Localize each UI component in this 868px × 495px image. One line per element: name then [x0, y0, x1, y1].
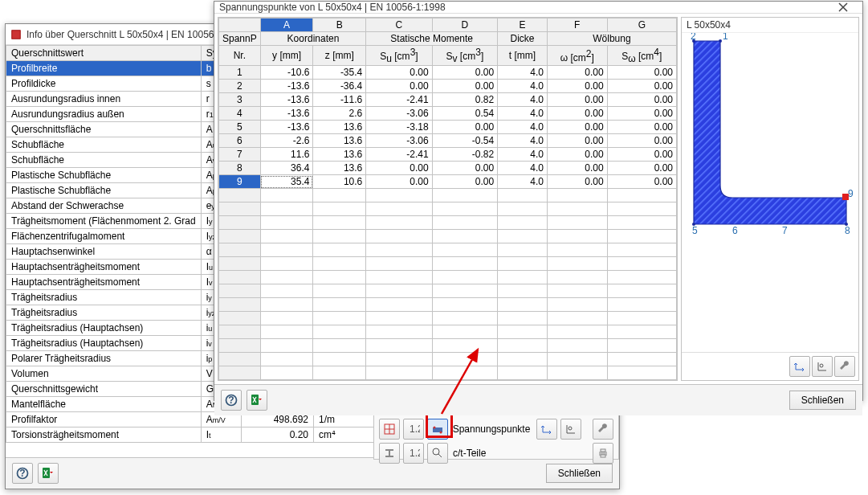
- col-group: Statische Momente: [366, 32, 498, 46]
- col-letter[interactable]: F: [547, 18, 607, 32]
- preview-title: L 50x50x4: [682, 18, 858, 33]
- stresspoints-table[interactable]: ABCDEFG SpannPKoordinatenStatische Momen…: [218, 18, 677, 380]
- svg-point-13: [433, 448, 439, 455]
- svg-text:9: 9: [848, 188, 854, 199]
- close-button-front[interactable]: Schließen: [789, 391, 856, 410]
- wrench-icon: [597, 423, 609, 436]
- svg-text:?: ?: [19, 468, 25, 479]
- svg-text:1.23: 1.23: [410, 423, 420, 435]
- svg-text:1.23: 1.23: [410, 448, 420, 459]
- col-sub[interactable]: Su [cm3]: [366, 46, 432, 66]
- stresspoint-row[interactable]: 4-13.62.6-3.060.544.00.000.00: [219, 107, 677, 121]
- app-icon: [10, 29, 22, 40]
- excel-export-button-front[interactable]: [247, 390, 267, 411]
- svg-text:6: 6: [732, 225, 738, 236]
- ct-label: c/t-Teile: [453, 448, 486, 459]
- print-button-frag[interactable]: [593, 443, 613, 464]
- stress-points-button[interactable]: [427, 419, 448, 440]
- col-group: Wölbung: [547, 32, 676, 46]
- svg-rect-0: [12, 30, 21, 39]
- svg-text:1: 1: [723, 33, 728, 42]
- svg-rect-17: [601, 455, 605, 457]
- stresspoints-window: Spannungspunkte von L 50x50x4 | EN 10056…: [214, 1, 863, 401]
- section-preview: 21 5678 9: [682, 33, 858, 352]
- excel-icon: [42, 467, 55, 480]
- i-section-button[interactable]: [379, 443, 400, 464]
- col-sub[interactable]: z [mm]: [313, 46, 366, 66]
- help-icon: ?: [16, 467, 29, 480]
- ct-zoom-button[interactable]: [427, 443, 448, 464]
- stresspoint-row[interactable]: 6-2.613.6-3.06-0.544.00.000.00: [219, 134, 677, 148]
- svg-point-10: [439, 432, 442, 434]
- svg-text:5: 5: [692, 225, 698, 236]
- col-sub[interactable]: ω [cm2]: [547, 46, 607, 66]
- stresspoint-row[interactable]: 711.613.6-2.41-0.824.00.000.00: [219, 148, 677, 162]
- col-sub[interactable]: y [mm]: [260, 46, 313, 66]
- stresspoints-icon: [431, 423, 444, 436]
- close-icon: [838, 2, 848, 12]
- col-sub[interactable]: Sv [cm3]: [432, 46, 497, 66]
- col-group: SpannP: [219, 32, 261, 46]
- stresspoint-row[interactable]: 836.413.60.000.004.00.000.00: [219, 162, 677, 175]
- axes-icon: [540, 423, 553, 436]
- stresspoints-titlebar: Spannungspunkte von L 50x50x4 | EN 10056…: [214, 2, 862, 14]
- stresspoint-row[interactable]: 2-13.6-36.40.000.004.00.000.00: [219, 80, 677, 93]
- zoom-icon: [431, 447, 444, 460]
- col-sub[interactable]: Sω [cm4]: [607, 46, 676, 66]
- svg-text:8: 8: [845, 225, 850, 236]
- col-letter[interactable]: C: [366, 18, 432, 32]
- svg-rect-16: [601, 449, 605, 452]
- svg-point-11: [568, 427, 572, 430]
- dimension-icon: 1.23: [407, 423, 420, 436]
- svg-text:2: 2: [691, 33, 696, 42]
- help-button-back[interactable]: ?: [12, 463, 33, 484]
- dimension-button-2[interactable]: 1.23: [403, 443, 424, 464]
- help-button-front[interactable]: ?: [221, 390, 242, 411]
- svg-point-9: [433, 427, 435, 429]
- stress-points-label: Spannungspunkte: [453, 423, 531, 435]
- svg-text:?: ?: [228, 395, 234, 406]
- col-name[interactable]: Querschnittswert: [6, 46, 202, 61]
- col-letter[interactable]: E: [498, 18, 548, 32]
- col-group: Dicke: [498, 32, 548, 46]
- axes-button[interactable]: [789, 356, 810, 377]
- preview-toolbar: [682, 352, 858, 380]
- axes-icon: [793, 360, 806, 373]
- info-title: Info über Querschnitt L 50x50x4 | EN 100…: [26, 29, 226, 40]
- config-button-frag[interactable]: [593, 419, 613, 440]
- col-sub[interactable]: Nr.: [219, 46, 261, 66]
- stresspoint-row[interactable]: 5-13.613.6-3.180.004.00.000.00: [219, 121, 677, 134]
- stresspoint-row[interactable]: 3-13.6-11.6-2.410.824.00.000.00: [219, 93, 677, 107]
- section-icon: [383, 423, 396, 436]
- config-button[interactable]: [834, 356, 855, 377]
- axes-button-frag[interactable]: [536, 419, 557, 440]
- section-view-button[interactable]: [379, 419, 400, 440]
- i-icon: [383, 447, 396, 460]
- excel-export-button-back[interactable]: [38, 463, 59, 484]
- svg-point-33: [820, 364, 823, 367]
- help-icon: ?: [225, 394, 238, 407]
- svg-line-14: [438, 454, 442, 457]
- col-group: Koordinaten: [260, 32, 366, 46]
- stresspoints-title: Spannungspunkte von L 50x50x4 | EN 10056…: [219, 2, 446, 13]
- wrench-icon: [838, 360, 851, 373]
- dimension-icon: 1.23: [407, 447, 420, 460]
- col-letter[interactable]: G: [607, 18, 676, 32]
- close-icon-button[interactable]: [829, 2, 858, 13]
- col-letter[interactable]: B: [313, 18, 366, 32]
- svg-point-21: [719, 39, 722, 43]
- dimension-button[interactable]: 1.23: [403, 419, 424, 440]
- stresspoints-bottom-bar: ? Schließen: [214, 384, 862, 415]
- printer-icon: [597, 447, 609, 460]
- section-svg: 21 5678 9: [686, 33, 854, 242]
- center-icon: [564, 423, 577, 436]
- col-sub[interactable]: t [mm]: [498, 46, 548, 66]
- svg-text:7: 7: [782, 225, 788, 236]
- center-button[interactable]: [812, 356, 833, 377]
- stresspoint-row[interactable]: 1-10.6-35.40.000.004.00.000.00: [219, 66, 677, 80]
- col-letter[interactable]: D: [432, 18, 497, 32]
- col-letter[interactable]: A: [260, 18, 313, 32]
- center-button-frag[interactable]: [560, 419, 581, 440]
- stresspoint-row[interactable]: 935.410.60.000.004.00.000.00: [219, 175, 677, 189]
- center-icon: [816, 360, 829, 373]
